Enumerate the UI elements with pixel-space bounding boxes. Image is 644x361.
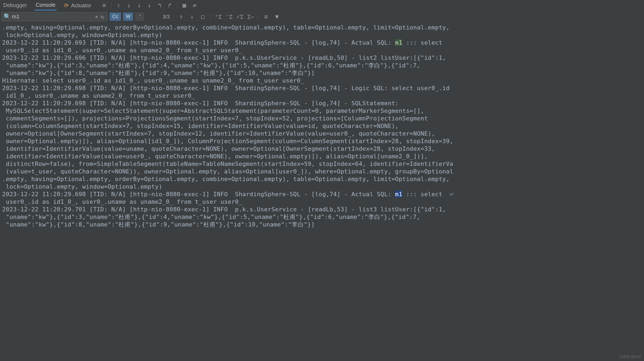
log-line: owner=Optional[OwnerSegment(startIndex=7… <box>2 130 642 137</box>
log-line: 2023-12-22 11:20:29.698 [TID: N/A] [http… <box>2 100 642 107</box>
match-count: 3/3 <box>163 14 170 20</box>
tab-actuator[interactable]: ⟳ Actuator <box>63 1 92 10</box>
log-line: "uname":"kw"},{"id":8,"uname":"杜甫"},{"id… <box>2 221 642 228</box>
log-line: lock=Optional.empty, window=Optional.emp… <box>2 183 642 191</box>
log-line: "uname":"kw"},{"id":3,"uname":"杜甫"},{"id… <box>2 62 642 69</box>
log-line: 2023-12-22 11:20:29.698 [TID: N/A] [http… <box>2 191 642 198</box>
remove-selection-icon[interactable]: ⁻⌶ <box>226 14 232 20</box>
log-line: distinctRow=false), from=SimpleTableSegm… <box>2 160 642 168</box>
log-line: lock=Optional.empty, window=Optional.emp… <box>2 31 642 39</box>
more-icon[interactable]: ≡ <box>101 2 107 9</box>
watermark: CSDN @KAI <box>619 355 641 359</box>
console-output[interactable]: .empty, having=Optional.empty, orderBy=O… <box>0 23 644 361</box>
search-input-wrap: 🔍 × ↻ <box>2 12 107 21</box>
download-icon-1[interactable]: ↓ <box>126 2 132 9</box>
search-history-icon[interactable]: ↻ <box>100 13 105 20</box>
log-line: 2023-12-22 11:20:29.693 [TID: N/A] [http… <box>2 39 642 47</box>
log-line: (column=ColumnSegment(startIndex=7, stop… <box>2 122 642 130</box>
filter-icon[interactable]: ▼ <box>274 14 280 20</box>
add-selection-icon[interactable]: ⁺⌶ <box>215 14 221 20</box>
log-line: identifier=IdentifierValue(value=user0_,… <box>2 153 642 160</box>
clear-search-icon[interactable]: × <box>94 13 100 20</box>
tab-debugger[interactable]: Debugger <box>2 1 28 10</box>
step-back-icon[interactable]: ↰ <box>156 2 163 9</box>
log-line: (value=t_user, quoteCharacter=NONE)), ow… <box>2 168 642 175</box>
log-line: Hibernate: select user0_.id as id1_0_, u… <box>2 77 642 84</box>
log-line: .empty, having=Optional.empty, orderBy=O… <box>2 175 642 183</box>
grid-icon[interactable]: ▦ <box>181 2 188 9</box>
step-out-icon[interactable]: ↱ <box>167 2 173 9</box>
divider <box>111 2 111 8</box>
upload-icon[interactable]: ⇧ <box>115 2 122 9</box>
log-line: commentSegments=[]), projections=Project… <box>2 115 642 122</box>
log-line: user0_.id as id1_0_, user0_.uname as una… <box>2 198 642 206</box>
list-icon[interactable]: ≡ <box>263 14 269 20</box>
search-highlight: m1 <box>395 191 402 198</box>
log-line: user0_.id as id1_0_, user0_.uname as una… <box>2 47 642 54</box>
divider <box>177 2 177 8</box>
tool-window-tabs: Debugger Console ⟳ Actuator ≡ ⇧ ↓ ↓ ↓ ↰ … <box>0 0 644 11</box>
search-icon: 🔍 <box>4 13 11 20</box>
prev-match-icon[interactable]: ↑ <box>178 14 184 20</box>
log-line: "uname":"kw"},{"id":8,"uname":"杜甫"},{"id… <box>2 69 642 77</box>
actuator-icon: ⟳ <box>64 2 69 8</box>
find-bar: 🔍 × ↻ Cc W .* 3/3 ↑ ↓ ▢ ⁺⌶ ⁻⌶ ✓⌶ ⌶̵ ≡ ▼ <box>0 11 644 23</box>
match-case-toggle[interactable]: Cc <box>110 13 121 21</box>
divider <box>258 14 258 20</box>
search-highlight: m1 <box>395 39 402 46</box>
log-line: id1_0_, user0_.uname as uname2_0_ from t… <box>2 92 642 100</box>
log-line: 2023-12-22 11:20:29.698 [TID: N/A] [http… <box>2 84 642 92</box>
select-all-icon[interactable]: ▢ <box>199 14 206 20</box>
next-match-icon[interactable]: ↓ <box>189 14 195 20</box>
log-line: 2023-12-22 11:20:29.701 [TID: N/A] [http… <box>2 206 642 213</box>
divider <box>210 14 211 20</box>
log-line: "uname":"kw"},{"id":3,"uname":"杜甫"},{"id… <box>2 213 642 221</box>
search-input[interactable] <box>12 14 94 20</box>
toggle-replace-icon[interactable]: ⌶̵ <box>247 14 254 20</box>
tab-actuator-label: Actuator <box>71 2 91 8</box>
select-all-occurrences-icon[interactable]: ✓⌶ <box>236 14 243 20</box>
log-line: MySQLSelectStatement(super=SelectStateme… <box>2 107 642 115</box>
log-line: owner=Optional.empty)]), alias=Optional[… <box>2 137 642 145</box>
download-icon-3[interactable]: ↓ <box>146 2 153 9</box>
settings-icon[interactable]: ⇄ <box>191 2 198 9</box>
log-line: identifier=IdentifierValue(value=uname, … <box>2 145 642 153</box>
whole-word-toggle[interactable]: W <box>123 13 133 21</box>
regex-toggle[interactable]: .* <box>136 13 144 21</box>
log-line: .empty, having=Optional.empty, orderBy=O… <box>2 24 642 31</box>
log-line: 2023-12-22 11:20:29.696 [TID: N/A] [http… <box>2 54 642 62</box>
download-icon-2[interactable]: ↓ <box>136 2 142 9</box>
tab-console[interactable]: Console <box>35 0 57 11</box>
